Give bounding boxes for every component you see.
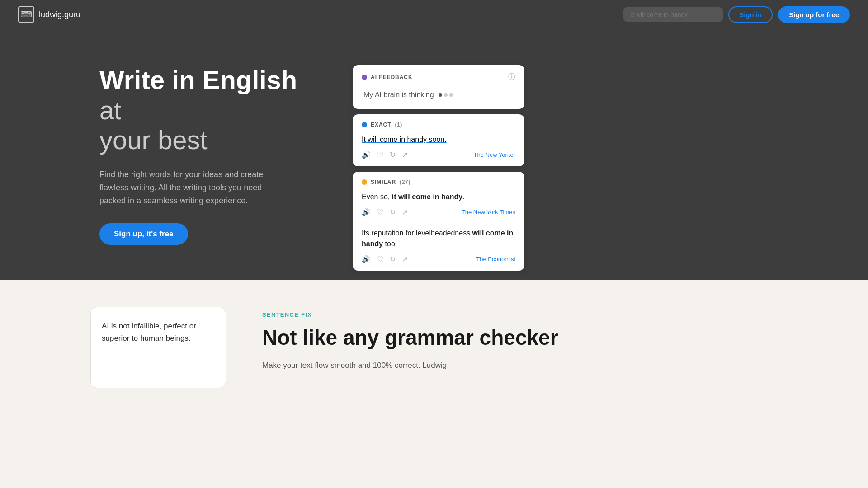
signin-button[interactable]: Sign in	[728, 6, 773, 23]
thinking-dot-2	[444, 93, 448, 97]
purple-dot	[362, 75, 367, 80]
repost-button-2[interactable]: ↻	[390, 255, 396, 263]
hero-left: Write in English atyour best Find the ri…	[0, 29, 344, 280]
exact-count: (1)	[395, 122, 402, 128]
section-title: Not like any grammar checker	[262, 325, 778, 350]
similar-count: (27)	[400, 179, 410, 185]
hero-section: Write in English atyour best Find the ri…	[0, 0, 868, 280]
signup-button[interactable]: Sign up for free	[778, 6, 850, 23]
section-desc: Make your text flow smooth and 100% corr…	[262, 359, 778, 371]
section-label: SENTENCE FIX	[262, 311, 778, 318]
exact-actions: 🔊 ♡ ↻ ↗ The New Yorker	[362, 150, 515, 159]
hero-title: Write in English atyour best	[99, 65, 316, 155]
similar-sentence-2: Its reputation for levelheadedness will …	[362, 228, 515, 249]
logo-area: ⌨ ludwig.guru	[18, 6, 80, 23]
text-card-content: AI is not infallible, perfect or superio…	[102, 322, 196, 343]
similar-card: SIMILAR (27) Even so, it will come in ha…	[353, 172, 524, 271]
cta-button[interactable]: Sign up, it's free	[99, 223, 188, 245]
ai-feedback-header: AI FEEDBACK ⓘ	[362, 72, 515, 82]
bottom-section: AI is not infallible, perfect or superio…	[0, 280, 868, 488]
similar-result-2: Its reputation for levelheadedness will …	[362, 228, 515, 263]
logo-text: ludwig.guru	[39, 10, 80, 19]
exact-card: EXACT (1) It will come in handy soon. 🔊 …	[353, 114, 524, 166]
heart-button-2[interactable]: ♡	[377, 255, 383, 263]
bottom-left: AI is not infallible, perfect or superio…	[90, 307, 226, 388]
exact-icons: 🔊 ♡ ↻ ↗	[362, 150, 408, 159]
similar-source-1[interactable]: The New York Times	[462, 209, 515, 216]
similar-icons-2: 🔊 ♡ ↻ ↗	[362, 255, 408, 263]
bottom-right: SENTENCE FIX Not like any grammar checke…	[262, 307, 778, 371]
yellow-dot	[362, 179, 367, 185]
blue-dot	[362, 122, 367, 127]
card-divider	[362, 222, 515, 222]
thinking-dot-1	[439, 93, 442, 97]
exact-card-header: EXACT (1)	[362, 122, 515, 128]
text-card: AI is not infallible, perfect or superio…	[90, 307, 226, 388]
similar-icons-1: 🔊 ♡ ↻ ↗	[362, 208, 408, 216]
similar-result-1: Even so, it will come in handy. 🔊 ♡ ↻ ↗ …	[362, 192, 515, 216]
exact-sentence: It will come in handy soon.	[362, 134, 515, 145]
hero-right: AI FEEDBACK ⓘ My AI brain is thinking EX…	[344, 29, 552, 280]
exact-source[interactable]: The New Yorker	[474, 151, 516, 158]
ai-thinking-row: My AI brain is thinking	[362, 88, 515, 102]
similar-sentence-1: Even so, it will come in handy.	[362, 192, 515, 202]
similar-card-header: SIMILAR (27)	[362, 179, 515, 185]
ai-feedback-card: AI FEEDBACK ⓘ My AI brain is thinking	[353, 65, 524, 109]
logo-icon: ⌨	[18, 6, 34, 23]
share-button[interactable]: ↗	[402, 150, 408, 159]
hero-description: Find the right words for your ideas and …	[99, 168, 289, 207]
volume-button-2[interactable]: 🔊	[362, 255, 371, 263]
info-icon[interactable]: ⓘ	[508, 72, 515, 82]
search-input[interactable]	[623, 7, 723, 22]
share-button-1[interactable]: ↗	[402, 208, 408, 216]
similar-actions-2: 🔊 ♡ ↻ ↗ The Economist	[362, 255, 515, 263]
thinking-dots	[439, 93, 453, 97]
similar-source-2[interactable]: The Economist	[476, 256, 515, 263]
volume-button-1[interactable]: 🔊	[362, 208, 371, 216]
repost-button-1[interactable]: ↻	[390, 208, 396, 216]
similar-actions-1: 🔊 ♡ ↻ ↗ The New York Times	[362, 208, 515, 216]
heart-button-1[interactable]: ♡	[377, 208, 383, 216]
similar-label: SIMILAR	[371, 179, 396, 185]
volume-button[interactable]: 🔊	[362, 150, 371, 159]
heart-button[interactable]: ♡	[377, 150, 383, 159]
exact-label: EXACT	[371, 122, 391, 128]
thinking-dot-3	[449, 93, 453, 97]
share-button-2[interactable]: ↗	[402, 255, 408, 263]
ai-thinking-text: My AI brain is thinking	[363, 91, 434, 99]
repost-button[interactable]: ↻	[390, 150, 396, 159]
ai-feedback-label: AI FEEDBACK	[371, 74, 413, 80]
header-right: Sign in Sign up for free	[623, 6, 850, 23]
header: ⌨ ludwig.guru Sign in Sign up for free	[0, 0, 868, 29]
